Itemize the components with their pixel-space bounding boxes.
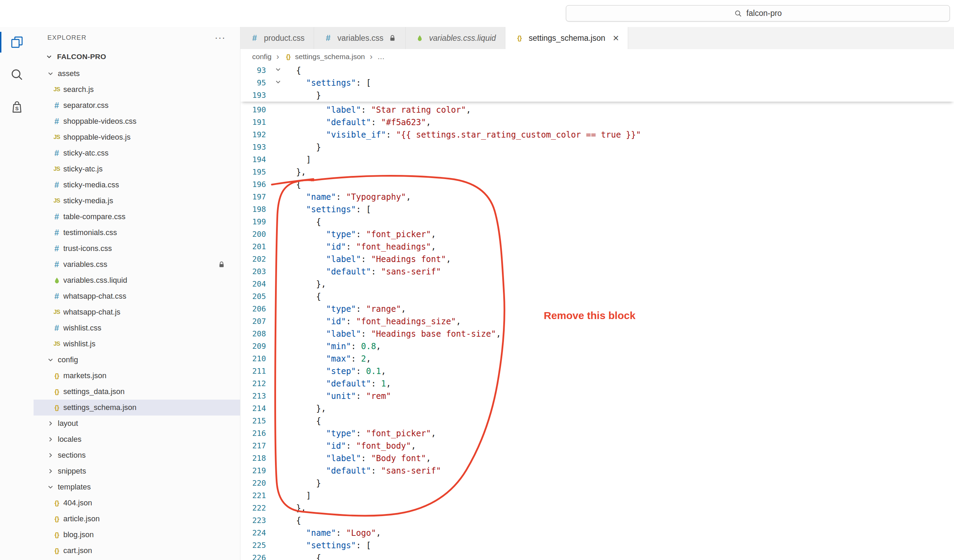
css-file-icon: #: [51, 323, 62, 333]
tree-item-404.json[interactable]: {}404.json: [34, 495, 240, 511]
code-line-208[interactable]: 208 "label": "Headings base font-size",: [240, 328, 954, 340]
code-line-218[interactable]: 218 "label": "Body font",: [240, 452, 954, 465]
code-line-213[interactable]: 213 "unit": "rem": [240, 390, 954, 402]
code-line-217[interactable]: 217 "id": "font_body",: [240, 440, 954, 452]
code-text: },: [286, 278, 326, 290]
more-actions-icon[interactable]: ···: [214, 34, 226, 41]
shopify-extension-icon[interactable]: S: [0, 93, 34, 121]
code-line-206[interactable]: 206 "type": "range",: [240, 303, 954, 315]
tree-item-sections[interactable]: sections: [34, 447, 240, 463]
tree-item-testimonials.css[interactable]: #testimonials.css: [34, 225, 240, 241]
close-icon[interactable]: ×: [613, 33, 619, 43]
tree-item-variables.css[interactable]: #variables.css: [34, 257, 240, 272]
code-line-221[interactable]: 221 ]: [240, 490, 954, 502]
tree-item-whatsapp-chat.css[interactable]: #whatsapp-chat.css: [34, 288, 240, 304]
explorer-icon[interactable]: [0, 28, 34, 56]
command-center-search[interactable]: falcon-pro: [566, 5, 950, 22]
tree-item-settings_schema.json[interactable]: {}settings_schema.json: [34, 400, 240, 415]
code-line-226[interactable]: 226 {: [240, 552, 954, 560]
tab-product.css[interactable]: #product.css: [240, 27, 314, 49]
tab-label: variables.css: [338, 34, 383, 43]
code-text: "unit": "rem": [286, 390, 391, 402]
breadcrumb-item[interactable]: …: [377, 53, 385, 61]
breadcrumb-item[interactable]: config: [252, 53, 271, 61]
tree-item-sticky-media.css[interactable]: #sticky-media.css: [34, 177, 240, 193]
code-line-207[interactable]: 207 "id": "font_headings_size",: [240, 315, 954, 328]
code-line-210[interactable]: 210 "max": 2,: [240, 353, 954, 365]
tree-item-blog.json[interactable]: {}blog.json: [34, 527, 240, 543]
search-sidebar-icon[interactable]: [0, 61, 34, 89]
code-line-193[interactable]: 193 }: [240, 89, 954, 102]
tree-item-templates[interactable]: templates: [34, 479, 240, 495]
tree-item-trust-icons.css[interactable]: #trust-icons.css: [34, 241, 240, 257]
json-file-icon: {}: [51, 547, 62, 554]
tree-item-markets.json[interactable]: {}markets.json: [34, 368, 240, 384]
tree-item-article.json[interactable]: {}article.json: [34, 511, 240, 527]
code-line-190[interactable]: 190 "label": "Star rating color",: [240, 104, 954, 116]
code-line-220[interactable]: 220 }: [240, 477, 954, 490]
code-line-223[interactable]: 223 {: [240, 514, 954, 527]
code-line-205[interactable]: 205 {: [240, 290, 954, 303]
code-line-200[interactable]: 200 "type": "font_picker",: [240, 228, 954, 241]
code-line-222[interactable]: 222 },: [240, 502, 954, 514]
tree-item-table-compare.css[interactable]: #table-compare.css: [34, 209, 240, 225]
line-number: 223: [240, 514, 266, 527]
code-editor[interactable]: 93 {95 "settings": [193 } 190 "label": "…: [240, 64, 954, 560]
code-line-224[interactable]: 224 "name": "Logo",: [240, 527, 954, 539]
code-line-95[interactable]: 95 "settings": [: [240, 77, 954, 89]
code-line-199[interactable]: 199 {: [240, 216, 954, 228]
tab-variables.css[interactable]: #variables.css: [314, 27, 406, 49]
tree-item-layout[interactable]: layout: [34, 415, 240, 431]
tree-item-snippets[interactable]: snippets: [34, 463, 240, 479]
code-line-198[interactable]: 198 "settings": [: [240, 203, 954, 216]
code-line-225[interactable]: 225 "settings": [: [240, 539, 954, 552]
tree-item-shoppable-videos.js[interactable]: JSshoppable-videos.js: [34, 129, 240, 145]
code-line-219[interactable]: 219 "default": "sans-serif": [240, 465, 954, 477]
code-line-216[interactable]: 216 "type": "font_picker",: [240, 427, 954, 440]
code-line-196[interactable]: 196 {: [240, 178, 954, 191]
tab-variables.css.liquid[interactable]: variables.css.liquid: [406, 27, 505, 49]
code-line-201[interactable]: 201 "id": "font_headings",: [240, 241, 954, 253]
fold-chevron-icon[interactable]: [274, 77, 282, 89]
tree-item-whatsapp-chat.js[interactable]: JSwhatsapp-chat.js: [34, 304, 240, 320]
tree-item-cart.json[interactable]: {}cart.json: [34, 543, 240, 558]
code-line-209[interactable]: 209 "min": 0.8,: [240, 340, 954, 353]
code-line-192[interactable]: 192 "visible_if": "{{ settings.star_rati…: [240, 129, 954, 141]
sidebar-header: EXPLORER ···: [34, 27, 240, 48]
code-line-202[interactable]: 202 "label": "Headings font",: [240, 253, 954, 266]
tree-item-sticky-atc.css[interactable]: #sticky-atc.css: [34, 145, 240, 161]
code-line-203[interactable]: 203 "default": "sans-serif": [240, 266, 954, 278]
tree-item-wishlist.css[interactable]: #wishlist.css: [34, 320, 240, 336]
tree-item-settings_data.json[interactable]: {}settings_data.json: [34, 384, 240, 400]
tree-item-locales[interactable]: locales: [34, 431, 240, 447]
code-line-211[interactable]: 211 "step": 0.1,: [240, 365, 954, 378]
code-line-215[interactable]: 215 {: [240, 415, 954, 427]
code-line-214[interactable]: 214 },: [240, 402, 954, 415]
code-line-93[interactable]: 93 {: [240, 64, 954, 77]
tree-item-shoppable-videos.css[interactable]: #shoppable-videos.css: [34, 114, 240, 129]
tree-item-config[interactable]: config: [34, 352, 240, 368]
file-name: layout: [58, 419, 78, 428]
fold-chevron-icon[interactable]: [274, 64, 282, 77]
json-file-icon: {}: [51, 531, 62, 538]
tree-item-assets[interactable]: assets: [34, 66, 240, 82]
tree-item-sticky-media.js[interactable]: JSsticky-media.js: [34, 193, 240, 209]
code-line-193[interactable]: 193 }: [240, 141, 954, 154]
tree-item-sticky-atc.js[interactable]: JSsticky-atc.js: [34, 161, 240, 177]
tree-item-separator.css[interactable]: #separator.css: [34, 98, 240, 114]
code-line-204[interactable]: 204 },: [240, 278, 954, 290]
code-line-197[interactable]: 197 "name": "Typography",: [240, 191, 954, 203]
code-line-194[interactable]: 194 ]: [240, 154, 954, 166]
tree-item-search.js[interactable]: JSsearch.js: [34, 82, 240, 98]
code-line-191[interactable]: 191 "default": "#f5a623",: [240, 116, 954, 129]
workspace-root-row[interactable]: FALCON-PRO: [34, 48, 240, 65]
code-text: }: [286, 477, 321, 490]
tree-item-collection.bundle-builder.json[interactable]: {}collection.bundle-builder.json: [34, 558, 240, 560]
line-number: 215: [240, 415, 266, 427]
breadcrumb-item[interactable]: {}settings_schema.json: [284, 53, 365, 61]
tree-item-variables.css.liquid[interactable]: variables.css.liquid: [34, 272, 240, 288]
tree-item-wishlist.js[interactable]: JSwishlist.js: [34, 336, 240, 352]
code-line-212[interactable]: 212 "default": 1,: [240, 378, 954, 390]
code-line-195[interactable]: 195 },: [240, 166, 954, 178]
tab-settings_schema.json[interactable]: {}settings_schema.json×: [505, 27, 628, 49]
